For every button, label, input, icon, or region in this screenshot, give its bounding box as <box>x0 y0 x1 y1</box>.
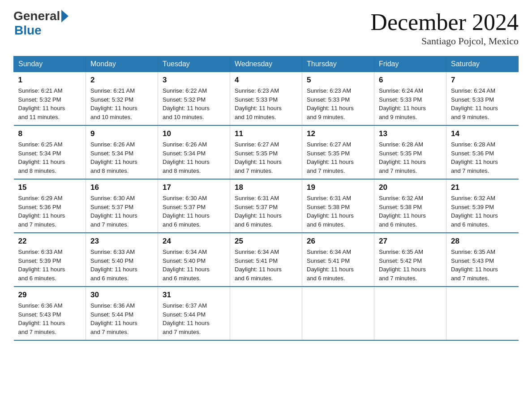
day-number: 27 <box>379 237 442 246</box>
day-number: 14 <box>451 129 514 138</box>
day-info: Sunrise: 6:32 AMSunset: 5:38 PMDaylight:… <box>379 195 426 228</box>
day-number: 4 <box>235 76 297 85</box>
calendar-cell: 28 Sunrise: 6:35 AMSunset: 5:43 PMDaylig… <box>446 233 519 287</box>
day-info: Sunrise: 6:26 AMSunset: 5:34 PMDaylight:… <box>90 141 137 174</box>
calendar-cell: 30 Sunrise: 6:36 AMSunset: 5:44 PMDaylig… <box>86 287 158 340</box>
calendar-cell: 31 Sunrise: 6:37 AMSunset: 5:44 PMDaylig… <box>158 287 230 340</box>
day-number: 25 <box>235 237 297 246</box>
day-info: Sunrise: 6:34 AMSunset: 5:41 PMDaylight:… <box>235 248 282 282</box>
calendar-week-2: 8 Sunrise: 6:25 AMSunset: 5:34 PMDayligh… <box>14 125 519 179</box>
calendar-cell: 2 Sunrise: 6:21 AMSunset: 5:32 PMDayligh… <box>86 72 158 126</box>
day-info: Sunrise: 6:33 AMSunset: 5:39 PMDaylight:… <box>18 248 65 282</box>
day-info: Sunrise: 6:31 AMSunset: 5:38 PMDaylight:… <box>307 195 354 228</box>
calendar-cell: 12 Sunrise: 6:27 AMSunset: 5:35 PMDaylig… <box>302 125 374 179</box>
day-number: 30 <box>90 291 153 300</box>
logo-general-text: General <box>13 9 60 23</box>
calendar-cell: 14 Sunrise: 6:28 AMSunset: 5:36 PMDaylig… <box>446 125 519 179</box>
calendar-cell: 22 Sunrise: 6:33 AMSunset: 5:39 PMDaylig… <box>14 233 86 287</box>
day-info: Sunrise: 6:33 AMSunset: 5:40 PMDaylight:… <box>90 248 137 282</box>
calendar-cell: 23 Sunrise: 6:33 AMSunset: 5:40 PMDaylig… <box>86 233 158 287</box>
calendar-cell: 21 Sunrise: 6:32 AMSunset: 5:39 PMDaylig… <box>446 179 519 233</box>
page-header: General Blue December 2024 Santiago Pojc… <box>13 9 519 47</box>
day-info: Sunrise: 6:35 AMSunset: 5:42 PMDaylight:… <box>379 248 426 282</box>
day-info: Sunrise: 6:23 AMSunset: 5:33 PMDaylight:… <box>235 87 282 120</box>
day-info: Sunrise: 6:27 AMSunset: 5:35 PMDaylight:… <box>307 141 354 174</box>
day-number: 20 <box>379 183 442 192</box>
title-block: December 2024 Santiago Pojcol, Mexico <box>370 9 519 47</box>
day-number: 24 <box>163 237 225 246</box>
location-text: Santiago Pojcol, Mexico <box>370 35 519 47</box>
col-saturday: Saturday <box>446 56 519 72</box>
calendar-cell: 9 Sunrise: 6:26 AMSunset: 5:34 PMDayligh… <box>86 125 158 179</box>
day-number: 10 <box>163 129 225 138</box>
day-info: Sunrise: 6:26 AMSunset: 5:34 PMDaylight:… <box>163 141 210 174</box>
day-info: Sunrise: 6:36 AMSunset: 5:43 PMDaylight:… <box>18 302 65 335</box>
logo: General Blue <box>13 9 69 38</box>
day-number: 8 <box>18 129 82 138</box>
day-number: 5 <box>307 76 369 85</box>
day-info: Sunrise: 6:30 AMSunset: 5:37 PMDaylight:… <box>90 195 137 228</box>
day-info: Sunrise: 6:27 AMSunset: 5:35 PMDaylight:… <box>235 141 282 174</box>
col-friday: Friday <box>374 56 446 72</box>
calendar-cell <box>446 287 519 340</box>
day-info: Sunrise: 6:35 AMSunset: 5:43 PMDaylight:… <box>451 248 498 282</box>
logo-triangle-icon <box>61 10 69 22</box>
calendar-cell: 18 Sunrise: 6:31 AMSunset: 5:37 PMDaylig… <box>230 179 302 233</box>
calendar-cell: 8 Sunrise: 6:25 AMSunset: 5:34 PMDayligh… <box>14 125 86 179</box>
calendar-cell: 25 Sunrise: 6:34 AMSunset: 5:41 PMDaylig… <box>230 233 302 287</box>
calendar-cell: 15 Sunrise: 6:29 AMSunset: 5:36 PMDaylig… <box>14 179 86 233</box>
calendar-cell: 1 Sunrise: 6:21 AMSunset: 5:32 PMDayligh… <box>14 72 86 126</box>
calendar-cell: 20 Sunrise: 6:32 AMSunset: 5:38 PMDaylig… <box>374 179 446 233</box>
calendar-week-4: 22 Sunrise: 6:33 AMSunset: 5:39 PMDaylig… <box>14 233 519 287</box>
day-info: Sunrise: 6:21 AMSunset: 5:32 PMDaylight:… <box>18 87 65 120</box>
calendar-table: Sunday Monday Tuesday Wednesday Thursday… <box>13 56 519 341</box>
calendar-cell: 17 Sunrise: 6:30 AMSunset: 5:37 PMDaylig… <box>158 179 230 233</box>
day-info: Sunrise: 6:25 AMSunset: 5:34 PMDaylight:… <box>18 141 65 174</box>
day-info: Sunrise: 6:32 AMSunset: 5:39 PMDaylight:… <box>451 195 498 228</box>
day-info: Sunrise: 6:21 AMSunset: 5:32 PMDaylight:… <box>90 87 137 120</box>
calendar-cell: 16 Sunrise: 6:30 AMSunset: 5:37 PMDaylig… <box>86 179 158 233</box>
day-number: 29 <box>18 291 82 300</box>
col-monday: Monday <box>86 56 158 72</box>
day-number: 18 <box>235 183 297 192</box>
day-info: Sunrise: 6:36 AMSunset: 5:44 PMDaylight:… <box>90 302 137 335</box>
calendar-cell: 26 Sunrise: 6:34 AMSunset: 5:41 PMDaylig… <box>302 233 374 287</box>
day-info: Sunrise: 6:23 AMSunset: 5:33 PMDaylight:… <box>307 87 354 120</box>
calendar-cell <box>302 287 374 340</box>
day-info: Sunrise: 6:29 AMSunset: 5:36 PMDaylight:… <box>18 195 65 228</box>
calendar-week-5: 29 Sunrise: 6:36 AMSunset: 5:43 PMDaylig… <box>14 287 519 340</box>
day-number: 3 <box>163 76 225 85</box>
day-number: 7 <box>451 76 514 85</box>
calendar-week-3: 15 Sunrise: 6:29 AMSunset: 5:36 PMDaylig… <box>14 179 519 233</box>
calendar-cell <box>374 287 446 340</box>
calendar-header: Sunday Monday Tuesday Wednesday Thursday… <box>14 56 519 72</box>
calendar-cell: 24 Sunrise: 6:34 AMSunset: 5:40 PMDaylig… <box>158 233 230 287</box>
day-number: 23 <box>90 237 153 246</box>
day-info: Sunrise: 6:31 AMSunset: 5:37 PMDaylight:… <box>235 195 282 228</box>
day-info: Sunrise: 6:37 AMSunset: 5:44 PMDaylight:… <box>163 302 210 335</box>
day-number: 19 <box>307 183 369 192</box>
day-info: Sunrise: 6:28 AMSunset: 5:35 PMDaylight:… <box>379 141 426 174</box>
day-number: 17 <box>163 183 225 192</box>
day-info: Sunrise: 6:22 AMSunset: 5:32 PMDaylight:… <box>163 87 210 120</box>
calendar-cell: 7 Sunrise: 6:24 AMSunset: 5:33 PMDayligh… <box>446 72 519 126</box>
day-info: Sunrise: 6:34 AMSunset: 5:40 PMDaylight:… <box>163 248 210 282</box>
day-info: Sunrise: 6:34 AMSunset: 5:41 PMDaylight:… <box>307 248 354 282</box>
calendar-cell: 3 Sunrise: 6:22 AMSunset: 5:32 PMDayligh… <box>158 72 230 126</box>
calendar-cell: 19 Sunrise: 6:31 AMSunset: 5:38 PMDaylig… <box>302 179 374 233</box>
day-number: 12 <box>307 129 369 138</box>
day-number: 13 <box>379 129 442 138</box>
day-number: 26 <box>307 237 369 246</box>
day-info: Sunrise: 6:28 AMSunset: 5:36 PMDaylight:… <box>451 141 498 174</box>
header-row: Sunday Monday Tuesday Wednesday Thursday… <box>14 56 519 72</box>
day-number: 22 <box>18 237 82 246</box>
day-number: 31 <box>163 291 225 300</box>
calendar-cell: 10 Sunrise: 6:26 AMSunset: 5:34 PMDaylig… <box>158 125 230 179</box>
day-number: 6 <box>379 76 442 85</box>
logo-blue-text: Blue <box>14 23 42 37</box>
day-number: 9 <box>90 129 153 138</box>
day-number: 2 <box>90 76 153 85</box>
day-info: Sunrise: 6:24 AMSunset: 5:33 PMDaylight:… <box>379 87 426 120</box>
month-title: December 2024 <box>370 9 519 35</box>
calendar-cell: 29 Sunrise: 6:36 AMSunset: 5:43 PMDaylig… <box>14 287 86 340</box>
